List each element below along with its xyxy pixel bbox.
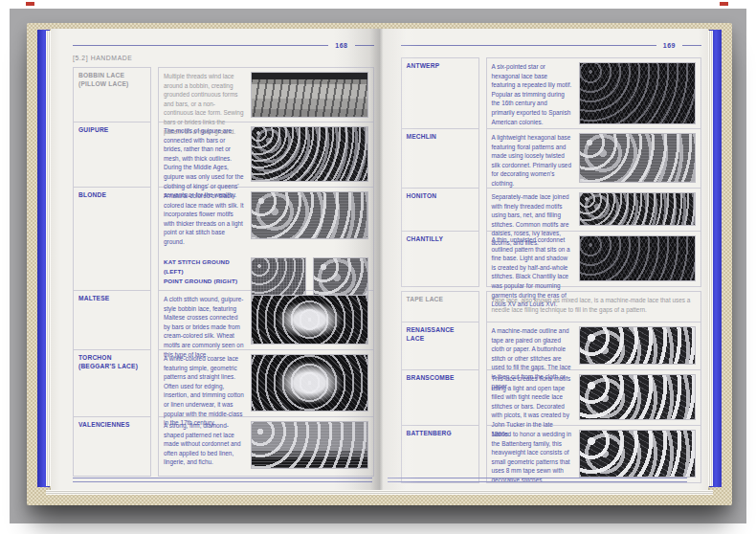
- table-row: MECHLIN A lightweight hexagonal base fea…: [401, 129, 702, 189]
- row-body: This lace creates floral motifs using a …: [486, 370, 702, 426]
- section-header-row: TAPE LACE Tape lace, also known as mixed…: [401, 291, 702, 323]
- lace-term: MECHLIN: [401, 129, 479, 189]
- lace-term: HONITON: [401, 189, 479, 232]
- blonde-lace-photo: [251, 191, 368, 239]
- table-row: BRANSCOMBE This lace creates floral moti…: [401, 370, 702, 426]
- registration-mark-left: [26, 2, 34, 6]
- book-spread: 168 [5.2] HANDMADE BOBBIN LACE (PILLOW L…: [51, 29, 708, 490]
- table-row: BOBBIN LACE (PILLOW LACE) Multiple threa…: [73, 67, 374, 122]
- row-body: A thin, untwisted cordonnet outlined pat…: [486, 232, 702, 287]
- registration-mark-right: [720, 2, 728, 6]
- branscombe-lace-photo: [579, 374, 697, 420]
- row-body: The motifs of guipure are connected with…: [158, 122, 374, 188]
- lace-description: A natural-colored or black-colored lace …: [164, 191, 244, 247]
- lace-term: MALTESE: [73, 291, 151, 350]
- row-body: A strong, firm, diamond-shaped patterned…: [158, 417, 374, 477]
- header-rule-end: [682, 45, 701, 46]
- renaissance-lace-photo: [579, 326, 697, 365]
- table-row: TORCHON (BEGGAR'S LACE) A white-colored …: [73, 350, 374, 417]
- row-sub: A natural-colored or black-colored lace …: [164, 191, 368, 247]
- page-number-right: 169: [663, 42, 676, 49]
- row-body: Separately-made lace joined with finely …: [486, 189, 702, 232]
- page-edges-bottom: [46, 490, 713, 495]
- footer-rule: [73, 478, 372, 478]
- lace-term: GUIPURE: [73, 122, 151, 188]
- table-row: CHANTILLY A thin, untwisted cordonnet ou…: [401, 232, 702, 287]
- lace-term: RENAISSANCE LACE: [401, 323, 479, 370]
- footer-rule: [73, 481, 372, 482]
- footer-rule: [388, 481, 688, 482]
- row-body: Multiple threads wind lace around a bobb…: [158, 67, 374, 122]
- caption-line: KAT STITCH GROUND (LEFT): [164, 257, 244, 277]
- table-row: BLONDE A natural-colored or black-colore…: [73, 188, 374, 291]
- right-page-header: 169: [401, 41, 702, 49]
- page-number-left: 168: [335, 42, 347, 49]
- row-body: A lightweight hexagonal base featuring f…: [486, 129, 702, 189]
- bobbin-lace-photo: [251, 72, 368, 118]
- point-ground-photo: [313, 257, 368, 296]
- kat-stitch-ground-photo: [251, 257, 306, 296]
- guipure-lace-photo: [251, 126, 368, 182]
- section-term: TAPE LACE: [401, 291, 479, 323]
- row-body: A machine-made outline and tape are pair…: [486, 323, 702, 370]
- photo-frame: 168 [5.2] HANDMADE BOBBIN LACE (PILLOW L…: [0, 0, 756, 534]
- lace-term: BRANSCOMBE: [401, 370, 479, 426]
- table-row: GUIPURE The motifs of guipure are connec…: [73, 122, 374, 188]
- lace-term: BOBBIN LACE (PILLOW LACE): [73, 67, 151, 122]
- lace-description: A strong, firm, diamond-shaped patterned…: [164, 421, 244, 467]
- book-cover: 168 [5.2] HANDMADE BOBBIN LACE (PILLOW L…: [27, 23, 732, 505]
- table-row: VALENCIENNES A strong, firm, diamond-sha…: [73, 417, 374, 477]
- section-description: Tape lace, also known as mixed lace, is …: [492, 296, 697, 314]
- lace-term: CHANTILLY: [401, 232, 479, 287]
- table-row: MALTESE A cloth stitch wound, guipure-st…: [73, 291, 374, 350]
- mechlin-lace-photo: [579, 133, 697, 183]
- row-body: A natural-colored or black-colored lace …: [158, 188, 374, 291]
- right-footer-rules: [388, 475, 688, 482]
- table-row: RENAISSANCE LACE A machine-made outline …: [401, 323, 702, 370]
- lace-description: A lightweight hexagonal base featuring f…: [492, 133, 572, 189]
- right-lace-table: ANTWERP A six-pointed star or hexagonal …: [401, 57, 702, 287]
- row-body: A six-pointed star or hexagonal lace bas…: [486, 57, 702, 129]
- chantilly-lace-photo: [579, 235, 697, 281]
- left-page: 168 [5.2] HANDMADE BOBBIN LACE (PILLOW L…: [51, 29, 380, 490]
- lace-term: VALENCIENNES: [73, 417, 151, 477]
- header-rule: [73, 45, 328, 46]
- page-edges-right: [708, 31, 713, 486]
- row-body: A white-colored coarse lace featuring si…: [158, 350, 374, 417]
- tape-lace-table: TAPE LACE Tape lace, also known as mixed…: [401, 291, 702, 483]
- header-rule: [401, 45, 656, 46]
- ground-caption: KAT STITCH GROUND (LEFT) POINT GROUND (R…: [164, 257, 244, 286]
- row-body: A cloth stitch wound, guipure-style bobb…: [158, 291, 374, 350]
- lace-term: ANTWERP: [401, 57, 479, 129]
- antwerp-lace-photo: [579, 62, 697, 124]
- caption-line: POINT GROUND (RIGHT): [164, 277, 244, 286]
- battenberg-lace-photo: [579, 430, 697, 478]
- section-label: [5.2] HANDMADE: [73, 55, 374, 61]
- valenciennes-lace-photo: [251, 421, 368, 469]
- lace-term: TORCHON (BEGGAR'S LACE): [73, 350, 151, 417]
- table-row: ANTWERP A six-pointed star or hexagonal …: [401, 57, 702, 129]
- row-sub: KAT STITCH GROUND (LEFT) POINT GROUND (R…: [164, 257, 368, 296]
- left-page-header: 168: [73, 41, 374, 49]
- honiton-lace-photo: [579, 192, 697, 226]
- torchon-lace-photo: [251, 354, 368, 412]
- row-body: Tape lace, also known as mixed lace, is …: [486, 291, 702, 323]
- footer-rule: [388, 478, 688, 478]
- maltese-lace-photo: [251, 295, 368, 345]
- table-row: HONITON Separately-made lace joined with…: [401, 189, 702, 232]
- lace-description: A six-pointed star or hexagonal lace bas…: [492, 62, 572, 126]
- lace-term: BLONDE: [73, 188, 151, 291]
- header-rule-end: [355, 45, 374, 46]
- gray-backdrop: 168 [5.2] HANDMADE BOBBIN LACE (PILLOW L…: [10, 9, 746, 523]
- right-page: 169 ANTWERP A six-pointed star or hexago…: [380, 29, 709, 490]
- left-footer-rules: [73, 475, 372, 482]
- left-lace-table: BOBBIN LACE (PILLOW LACE) Multiple threa…: [73, 67, 374, 477]
